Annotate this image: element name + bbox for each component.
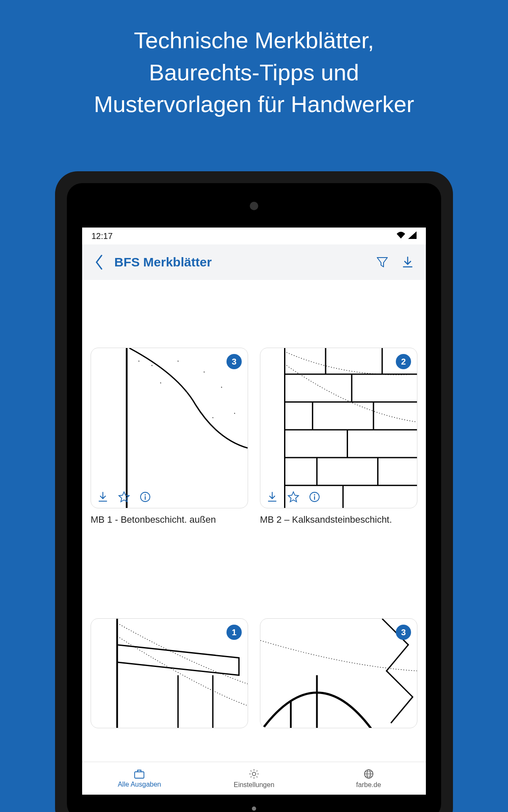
gear-icon	[248, 768, 260, 779]
card-title: MB 1 - Betonbeschicht. außen	[91, 514, 248, 525]
status-bar: 12:17	[82, 228, 426, 244]
status-icons	[396, 231, 417, 241]
svg-point-5	[234, 413, 235, 414]
download-button[interactable]	[265, 490, 279, 504]
nav-label: farbe.de	[356, 781, 381, 789]
card-item[interactable]: 2 MB 2 – Kalksandsteinbeschicht.	[260, 348, 417, 525]
header-actions	[375, 255, 418, 269]
card-cover: 2	[260, 348, 417, 508]
card-item[interactable]: 1	[91, 618, 248, 728]
nav-label: Alle Ausgaben	[118, 781, 161, 788]
info-icon	[309, 491, 320, 503]
svg-point-3	[204, 372, 204, 373]
card-item[interactable]: 3	[260, 618, 417, 728]
download-icon	[266, 491, 278, 503]
nav-settings[interactable]: Einstellungen	[197, 762, 312, 795]
download-icon	[97, 491, 109, 503]
svg-point-11	[145, 494, 146, 496]
card-cover: 3	[91, 348, 248, 508]
svg-point-28	[314, 494, 315, 496]
svg-point-4	[221, 387, 222, 387]
download-icon	[401, 256, 414, 269]
filter-button[interactable]	[375, 255, 389, 269]
card-grid: 3 MB 1 - Betonbeschicht. außen	[91, 348, 417, 525]
card-badge: 2	[396, 354, 411, 369]
app-screen: 12:17 BFS Merkblätter	[82, 228, 426, 795]
promo-line-3: Mustervorlagen für Handwerker	[17, 88, 491, 121]
card-badge: 1	[226, 625, 242, 640]
favorite-button[interactable]	[287, 490, 300, 504]
svg-point-9	[138, 361, 139, 362]
promo-line-1: Technische Merkblätter,	[17, 25, 491, 57]
card-cover: 3	[260, 618, 417, 728]
info-button[interactable]	[138, 490, 152, 504]
tablet-frame: 12:17 BFS Merkblätter	[55, 171, 453, 812]
favorite-button[interactable]	[117, 490, 131, 504]
info-icon	[139, 491, 151, 503]
cover-art-ledge-icon	[91, 619, 248, 728]
svg-point-35	[252, 772, 256, 776]
app-content[interactable]: 3 MB 1 - Betonbeschicht. außen	[82, 280, 426, 762]
card-actions	[265, 490, 321, 504]
signal-icon	[408, 231, 417, 241]
card-actions	[96, 490, 152, 504]
nav-all-issues[interactable]: Alle Ausgaben	[82, 762, 197, 795]
star-icon	[287, 491, 299, 503]
svg-point-7	[186, 391, 187, 392]
promo-line-2: Baurechts-Tipps und	[17, 57, 491, 89]
svg-rect-34	[135, 772, 144, 778]
camera-dot	[250, 202, 258, 210]
svg-point-1	[152, 365, 152, 366]
card-grid-row2: 1 3	[91, 618, 417, 728]
app-header: BFS Merkblätter	[82, 244, 426, 280]
tablet-inner: 12:17 BFS Merkblätter	[67, 183, 441, 812]
status-time: 12:17	[91, 231, 113, 241]
globe-icon	[363, 768, 374, 779]
download-all-button[interactable]	[400, 255, 415, 269]
cover-art-concrete-icon	[91, 348, 248, 508]
download-button[interactable]	[96, 490, 110, 504]
wifi-icon	[396, 231, 406, 241]
svg-point-6	[160, 382, 161, 383]
cover-art-brick-icon	[260, 348, 417, 508]
card-cover: 1	[91, 618, 248, 728]
card-title: MB 2 – Kalksandsteinbeschicht.	[260, 514, 417, 525]
chevron-left-icon	[95, 255, 103, 270]
filter-icon	[376, 256, 389, 269]
svg-point-8	[213, 417, 213, 418]
info-button[interactable]	[308, 490, 321, 504]
nav-website[interactable]: farbe.de	[311, 762, 426, 795]
nav-label: Einstellungen	[234, 781, 274, 789]
card-item[interactable]: 3 MB 1 - Betonbeschicht. außen	[91, 348, 248, 525]
back-button[interactable]	[90, 255, 108, 270]
promo-text: Technische Merkblätter, Baurechts-Tipps …	[0, 0, 508, 121]
cover-art-bridge-icon	[260, 619, 417, 728]
svg-point-2	[178, 361, 179, 362]
bottom-nav: Alle Ausgaben Einstellungen farbe.de	[82, 762, 426, 795]
briefcase-icon	[133, 769, 145, 779]
home-indicator	[252, 807, 256, 811]
card-badge: 3	[396, 625, 411, 640]
star-icon	[118, 491, 130, 503]
card-badge: 3	[226, 354, 242, 369]
page-title: BFS Merkblätter	[108, 255, 375, 269]
